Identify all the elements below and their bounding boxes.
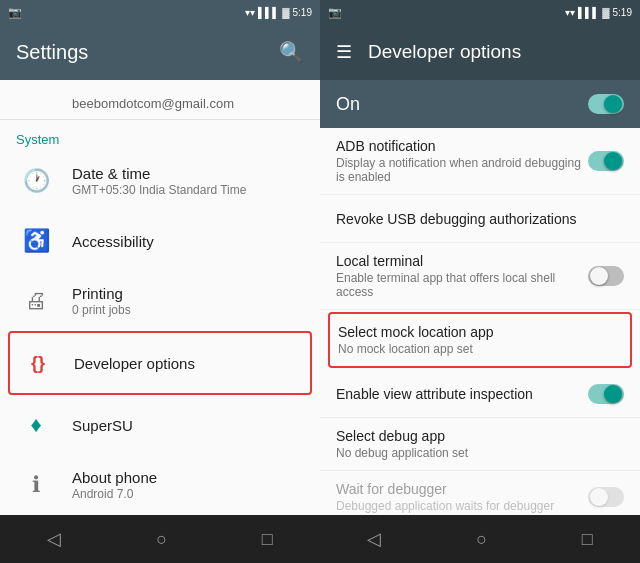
- signal-icon: ▌▌▌: [258, 7, 279, 18]
- developer-options-list: ADB notification Display a notification …: [320, 128, 640, 515]
- settings-item-developer-options[interactable]: {} Developer options: [8, 331, 312, 395]
- accessibility-icon: ♿: [16, 221, 56, 261]
- printing-title: Printing: [72, 285, 131, 302]
- settings-list: 🕐 Date & time GMT+05:30 India Standard T…: [0, 151, 320, 515]
- nav-bar-right: [320, 515, 640, 563]
- settings-item-printing[interactable]: 🖨 Printing 0 print jobs: [0, 271, 320, 331]
- system-section-header: System: [0, 120, 320, 151]
- status-icon-camera-right: 📷: [328, 6, 342, 19]
- mock-location-title: Select mock location app: [338, 324, 622, 340]
- local-terminal-toggle[interactable]: [588, 266, 624, 286]
- accessibility-title: Accessibility: [72, 233, 154, 250]
- search-icon[interactable]: 🔍: [279, 40, 304, 64]
- mock-location-subtitle: No mock location app set: [338, 342, 622, 356]
- status-icons-left: ▾▾ ▌▌▌ ▓ 5:19: [245, 7, 312, 18]
- dev-item-mock-location[interactable]: Select mock location app No mock locatio…: [328, 312, 632, 368]
- recents-button-left[interactable]: [242, 521, 293, 558]
- debug-app-title: Select debug app: [336, 428, 624, 444]
- status-bar-left: 📷 ▾▾ ▌▌▌ ▓ 5:19: [0, 0, 320, 24]
- developer-options-toggle-row[interactable]: On: [320, 80, 640, 128]
- app-bar-right: ☰ Developer options: [320, 24, 640, 80]
- wifi-icon-right: ▾▾: [565, 7, 575, 18]
- time-left: 5:19: [293, 7, 312, 18]
- settings-item-about-phone[interactable]: ℹ About phone Android 7.0: [0, 455, 320, 515]
- local-terminal-subtitle: Enable terminal app that offers local sh…: [336, 271, 588, 299]
- date-time-title: Date & time: [72, 165, 246, 182]
- recents-button-right[interactable]: [562, 521, 613, 558]
- home-button-right[interactable]: [456, 521, 507, 558]
- dev-item-wait-debugger: Wait for debugger Debugged application w…: [320, 471, 640, 515]
- local-terminal-title: Local terminal: [336, 253, 588, 269]
- dev-item-local-terminal[interactable]: Local terminal Enable terminal app that …: [320, 243, 640, 310]
- supersu-title: SuperSU: [72, 417, 133, 434]
- back-button-right[interactable]: [347, 520, 401, 558]
- wifi-icon: ▾▾: [245, 7, 255, 18]
- wait-debugger-subtitle: Debugged application waits for debugger: [336, 499, 588, 513]
- battery-icon-right: ▓: [602, 7, 609, 18]
- adb-notification-title: ADB notification: [336, 138, 588, 154]
- battery-icon: ▓: [282, 7, 289, 18]
- status-icon-camera: 📷: [8, 6, 22, 19]
- supersu-icon: ♦: [16, 405, 56, 445]
- printing-subtitle: 0 print jobs: [72, 303, 131, 317]
- settings-item-supersu[interactable]: ♦ SuperSU: [0, 395, 320, 455]
- info-icon: ℹ: [16, 465, 56, 505]
- signal-icon-right: ▌▌▌: [578, 7, 599, 18]
- wait-debugger-toggle: [588, 487, 624, 507]
- time-right: 5:19: [613, 7, 632, 18]
- developer-options-icon: {}: [18, 343, 58, 383]
- developer-options-toggle[interactable]: [588, 94, 624, 114]
- toggle-label: On: [336, 94, 360, 115]
- debug-app-subtitle: No debug application set: [336, 446, 624, 460]
- dev-item-adb-notification[interactable]: ADB notification Display a notification …: [320, 128, 640, 195]
- about-phone-title: About phone: [72, 469, 157, 486]
- account-email: beebomdotcom@gmail.com: [72, 96, 234, 111]
- account-row: beebomdotcom@gmail.com: [0, 80, 320, 120]
- hamburger-menu-icon[interactable]: ☰: [336, 41, 352, 63]
- settings-item-accessibility[interactable]: ♿ Accessibility: [0, 211, 320, 271]
- about-phone-subtitle: Android 7.0: [72, 487, 157, 501]
- revoke-usb-title: Revoke USB debugging authorizations: [336, 211, 624, 227]
- back-button-left[interactable]: [27, 520, 81, 558]
- view-attribute-toggle[interactable]: [588, 384, 624, 404]
- adb-notification-toggle[interactable]: [588, 151, 624, 171]
- dev-item-debug-app[interactable]: Select debug app No debug application se…: [320, 418, 640, 471]
- print-icon: 🖨: [16, 281, 56, 321]
- nav-bar-left: [0, 515, 320, 563]
- adb-notification-subtitle: Display a notification when android debu…: [336, 156, 588, 184]
- right-panel: 📷 ▾▾ ▌▌▌ ▓ 5:19 ☰ Developer options On A…: [320, 0, 640, 563]
- home-button-left[interactable]: [136, 521, 187, 558]
- view-attribute-title: Enable view attribute inspection: [336, 386, 588, 402]
- dev-item-revoke-usb[interactable]: Revoke USB debugging authorizations: [320, 195, 640, 243]
- app-title-right: Developer options: [368, 41, 521, 63]
- status-bar-right: 📷 ▾▾ ▌▌▌ ▓ 5:19: [320, 0, 640, 24]
- app-bar-left: Settings 🔍: [0, 24, 320, 80]
- developer-options-title: Developer options: [74, 355, 195, 372]
- wait-debugger-title: Wait for debugger: [336, 481, 588, 497]
- app-title-left: Settings: [16, 41, 88, 64]
- clock-icon: 🕐: [16, 161, 56, 201]
- dev-item-view-attribute[interactable]: Enable view attribute inspection: [320, 370, 640, 418]
- left-panel: 📷 ▾▾ ▌▌▌ ▓ 5:19 Settings 🔍 beebomdotcom@…: [0, 0, 320, 563]
- date-time-subtitle: GMT+05:30 India Standard Time: [72, 183, 246, 197]
- settings-item-date-time[interactable]: 🕐 Date & time GMT+05:30 India Standard T…: [0, 151, 320, 211]
- status-icons-right: ▾▾ ▌▌▌ ▓ 5:19: [565, 7, 632, 18]
